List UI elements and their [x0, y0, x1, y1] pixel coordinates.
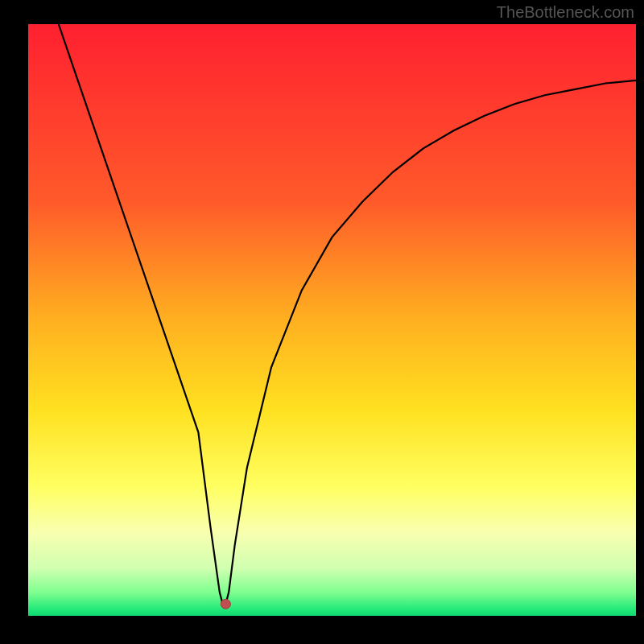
plot-area — [28, 24, 636, 616]
bottleneck-line — [59, 24, 636, 604]
watermark-text: TheBottleneck.com — [497, 3, 634, 22]
optimal-marker — [221, 599, 230, 609]
chart-curve — [28, 24, 636, 616]
